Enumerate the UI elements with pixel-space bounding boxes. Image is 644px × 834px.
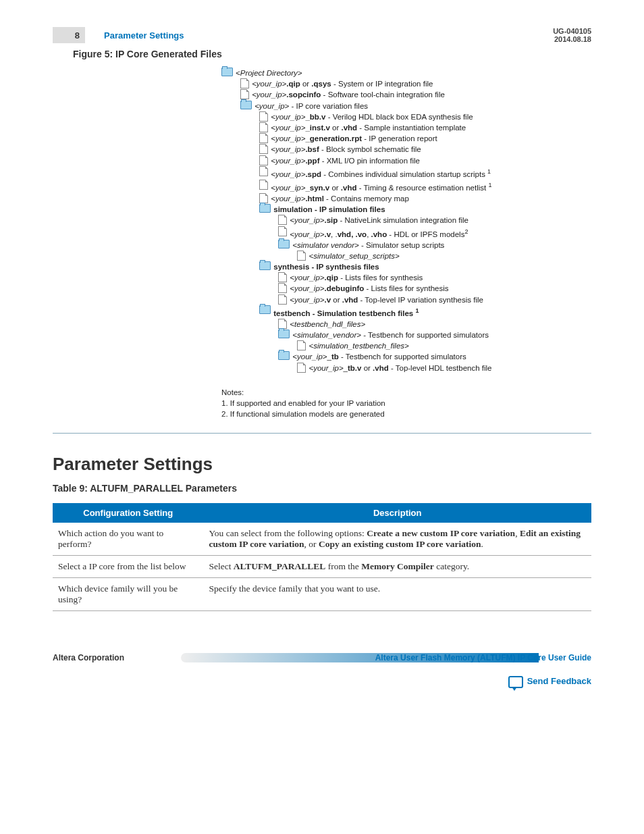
tree-label: <simulator vendor> - Simulator setup scr… xyxy=(292,240,444,251)
tree-label: testbench - Simulation testbench files 1 xyxy=(273,305,419,319)
tree-label: <your_ip>.ppf - XML I/O pin information … xyxy=(271,155,420,166)
file-icon xyxy=(297,363,306,373)
tree-node: <your_ip>.spd - Combines individual simu… xyxy=(221,166,591,180)
tree-node: <your_ip>.qip - Lists files for synthesi… xyxy=(221,272,591,283)
tree-node: <your_ip>.debuginfo - Lists files for sy… xyxy=(221,283,591,294)
file-icon xyxy=(259,133,268,143)
section-heading: Parameter Settings xyxy=(53,454,591,475)
tree-node: <testbench_hdl_files> xyxy=(221,319,591,330)
tree-node: <simulator_setup_scripts> xyxy=(221,251,591,261)
tree-node: <your_ip>_bb.v - Verilog HDL black box E… xyxy=(221,111,591,122)
tree-node: <your_ip> - IP core variation files xyxy=(221,101,591,111)
tree-node: <your_ip>.html - Contains memory map xyxy=(221,193,591,204)
tree-label: <your_ip>_tb.v or .vhd - Top-level HDL t… xyxy=(308,363,491,373)
tree-node: <your_ip>.sip - NativeLink simulation in… xyxy=(221,215,591,226)
table-row: Which action do you want to perform?You … xyxy=(53,523,591,556)
folder-icon xyxy=(278,330,290,338)
tree-label: <your_ip>.v, .vhd, .vo, .vho - HDL or IP… xyxy=(290,226,468,240)
folder-icon xyxy=(240,101,252,109)
tree-node: <your_ip>.ppf - XML I/O pin information … xyxy=(221,155,591,166)
tree-label: <your_ip>.qip - Lists files for synthesi… xyxy=(290,272,423,283)
file-icon xyxy=(240,78,249,88)
send-feedback-link[interactable]: Send Feedback xyxy=(53,676,591,688)
desc-cell: You can select from the following option… xyxy=(203,523,591,556)
tree-label: <simulator_setup_scripts> xyxy=(308,251,399,261)
folder-icon xyxy=(259,261,271,270)
file-icon xyxy=(278,294,287,305)
file-icon xyxy=(259,122,268,132)
tree-node: <your_ip>_generation.rpt - IP generation… xyxy=(221,133,591,144)
tree-node: <your_ip>.v, .vhd, .vo, .vho - HDL or IP… xyxy=(221,226,591,240)
tree-label: <simulation_testbench_files> xyxy=(308,340,408,351)
file-icon xyxy=(278,283,287,293)
tree-label: synthesis - IP synthesis files xyxy=(273,261,379,272)
tree-node: <your_ip>_tb.v or .vhd - Top-level HDL t… xyxy=(221,363,591,373)
doc-id: UG-040105 xyxy=(553,27,591,35)
doc-date: 2014.08.18 xyxy=(553,35,591,43)
tree-node: <your_ip>_tb - Testbench for supported s… xyxy=(221,351,591,362)
tree-label: <your_ip> - IP core variation files xyxy=(254,101,368,111)
page-header: 8 Parameter Settings UG-040105 2014.08.1… xyxy=(53,27,591,43)
file-tree-diagram: <Project Directory> <your_ip>.qip or .qs… xyxy=(221,68,591,373)
tree-label: simulation - IP simulation files xyxy=(273,204,385,215)
file-icon xyxy=(259,144,268,154)
note-1: 1. If supported and enabled for your IP … xyxy=(221,398,591,409)
file-icon xyxy=(259,155,268,165)
file-icon xyxy=(278,215,287,225)
notes-heading: Notes: xyxy=(221,387,591,398)
tree-label: <your_ip>.qip or .qsys - System or IP in… xyxy=(252,78,433,89)
figure-title: Figure 5: IP Core Generated Files xyxy=(73,49,591,59)
file-icon xyxy=(278,226,287,236)
file-icon xyxy=(259,111,268,122)
tree-node: <your_ip>.v or .vhd - Top-level IP varia… xyxy=(221,294,591,305)
tree-label: <your_ip>_generation.rpt - IP generation… xyxy=(271,133,437,144)
tree-node: <your_ip>.qip or .qsys - System or IP in… xyxy=(221,78,591,89)
tree-node: <simulator_vendor> - Testbench for suppo… xyxy=(221,330,591,340)
tree-node: <your_ip>_syn.v or .vhd - Timing & resou… xyxy=(221,180,591,193)
table-row: Which device family will you be using?Sp… xyxy=(53,578,591,611)
folder-icon xyxy=(259,204,271,213)
table-header-desc: Description xyxy=(203,503,591,523)
tree-node: simulation - IP simulation files xyxy=(221,204,591,215)
tree-label: <your_ip>.debuginfo - Lists files for sy… xyxy=(290,283,448,294)
file-icon xyxy=(240,89,249,99)
footer-guide-title: Altera User Flash Memory (ALTUFM) IP Cor… xyxy=(365,652,591,664)
file-icon xyxy=(297,251,306,261)
file-icon xyxy=(278,272,287,282)
config-cell: Which device family will you be using? xyxy=(53,578,203,611)
feedback-icon xyxy=(508,676,523,688)
tree-label: <simulator_vendor> - Testbench for suppo… xyxy=(292,330,489,340)
desc-cell: Specify the device family that you want … xyxy=(203,578,591,611)
table-header-config: Configuration Setting xyxy=(53,503,203,523)
folder-icon xyxy=(278,240,290,249)
folder-icon xyxy=(259,305,271,314)
file-icon xyxy=(259,166,268,176)
tree-node: <your_ip>_inst.v or .vhd - Sample instan… xyxy=(221,122,591,133)
file-icon xyxy=(278,319,287,329)
note-2: 2. If functional simulation models are g… xyxy=(221,409,591,419)
folder-icon xyxy=(221,68,233,76)
tree-node: <your_ip>.sopcinfo - Software tool-chain… xyxy=(221,89,591,100)
notes: Notes: 1. If supported and enabled for y… xyxy=(221,387,591,420)
table-row: Select a IP core from the list belowSele… xyxy=(53,556,591,578)
tree-label: <your_ip>.bsf - Block symbol schematic f… xyxy=(271,144,421,155)
tree-label: <your_ip>.v or .vhd - Top-level IP varia… xyxy=(290,294,483,305)
tree-label: <your_ip>_bb.v - Verilog HDL black box E… xyxy=(271,111,473,122)
file-icon xyxy=(297,340,306,350)
tree-label: <your_ip>.spd - Combines individual simu… xyxy=(271,166,491,180)
tree-label: <Project Directory> xyxy=(236,68,302,78)
desc-cell: Select ALTUFM_PARALLEL from the Memory C… xyxy=(203,556,591,578)
feedback-label: Send Feedback xyxy=(527,677,591,687)
tree-label: <your_ip>_tb - Testbench for supported s… xyxy=(292,351,466,362)
tree-node: <simulation_testbench_files> xyxy=(221,340,591,351)
tree-label: <your_ip>_inst.v or .vhd - Sample instan… xyxy=(271,122,466,133)
tree-label: <your_ip>.sopcinfo - Software tool-chain… xyxy=(252,89,445,100)
folder-icon xyxy=(278,351,290,360)
table-title: Table 9: ALTUFM_PARALLEL Parameters xyxy=(53,483,591,494)
tree-node: <simulator vendor> - Simulator setup scr… xyxy=(221,240,591,251)
config-cell: Which action do you want to perform? xyxy=(53,523,203,556)
tree-node: synthesis - IP synthesis files xyxy=(221,261,591,272)
file-icon xyxy=(259,180,268,190)
tree-label: <your_ip>_syn.v or .vhd - Timing & resou… xyxy=(271,180,491,193)
tree-node: <your_ip>.bsf - Block symbol schematic f… xyxy=(221,144,591,155)
